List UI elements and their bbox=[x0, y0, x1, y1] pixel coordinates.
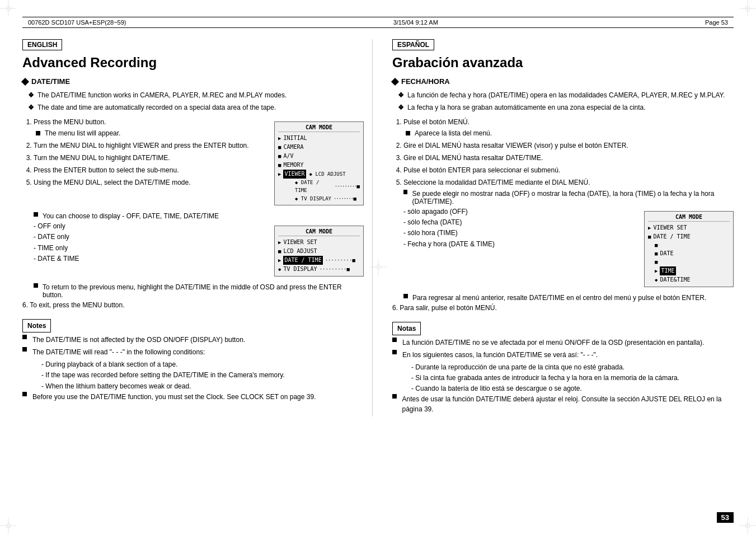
es-step-5: Seleccione la modalidad DATE/TIME median… bbox=[403, 177, 734, 188]
es-note-sub-3: Cuando la batería de litio está se desca… bbox=[411, 383, 734, 394]
lang-badge-espanol: ESPAÑOL bbox=[392, 39, 434, 50]
square-icon-1 bbox=[36, 131, 40, 135]
screen2-row-viewer: ▶VIEWER SET bbox=[278, 238, 360, 247]
es-notes-content: La función DATE/TIME no se ve afectada p… bbox=[392, 338, 734, 415]
screen1-row-date: ◆ DATE / TIME·········■ bbox=[278, 179, 360, 195]
step-1: Press the MENU button. The menu list wil… bbox=[34, 117, 252, 138]
screen-mockup-1: CAM MODE ▶INITIAL ■CAMERA ■A/V ■MEMORY ▶… bbox=[274, 121, 364, 205]
mode-off: OFF only bbox=[34, 221, 252, 232]
page-number: 53 bbox=[717, 512, 734, 523]
es-mode-time: sólo hora (TIME) bbox=[403, 228, 622, 238]
note-sub-1: During playback of a blank section of a … bbox=[41, 359, 364, 370]
es-note-sub-2: Si la cinta fue grabada antes de introdu… bbox=[411, 373, 734, 383]
screen-mockup-2: CAM MODE ▶VIEWER SET ■LCD ADJUST ▶DATE /… bbox=[274, 226, 364, 277]
file-info: 00762D SCD107 USA+ESP(28~59) bbox=[28, 19, 126, 26]
notes-content-left: The DATE/TIME is not affected by the OSD… bbox=[22, 335, 364, 402]
es-return-note: Para regresar al menú anterior, resalte … bbox=[403, 294, 734, 302]
screen1-header: CAM MODE bbox=[278, 124, 360, 132]
crosshair-tl bbox=[0, 0, 17, 17]
es-note-sub-1: Durante la reproducción de una parte de … bbox=[411, 362, 734, 373]
note-3: Before you use the DATE/TIME function, y… bbox=[22, 392, 364, 402]
square-icon-3 bbox=[34, 283, 38, 288]
es-mode-choice-note: Se puede elegir no mostrar nada (OFF) o … bbox=[403, 190, 734, 205]
es-step-4: Pulse el botón ENTER para seleccionar el… bbox=[403, 165, 734, 175]
step-4: Press the ENTER button to select the sub… bbox=[34, 165, 252, 175]
es-mode-off: sólo apagado (OFF) bbox=[403, 207, 622, 217]
fecha-hora-heading: FECHA/HORA bbox=[392, 77, 734, 86]
mode-list: OFF only DATE only TIME only DATE & TIME bbox=[22, 221, 252, 264]
screen3-header: CAM MODE bbox=[648, 214, 730, 222]
square-icon-es2 bbox=[403, 190, 407, 194]
page-number-badge: 53 bbox=[717, 512, 734, 523]
note-1: The DATE/TIME is not affected by the OSD… bbox=[22, 335, 364, 345]
step-2: Turn the MENU DIAL to highlight VIEWER a… bbox=[34, 140, 252, 151]
main-content: ENGLISH Advanced Recording DATE/TIME ❖ T… bbox=[22, 39, 734, 416]
es-notes-sub-list: Durante la reproducción de una parte de … bbox=[400, 362, 734, 395]
right-column: ESPAÑOL Grabación avanzada FECHA/HORA ❖ … bbox=[384, 39, 734, 416]
screen3-row-time: ▶TIME bbox=[648, 266, 730, 275]
step-3: Turn the MENU DIAL to highlight DATE/TIM… bbox=[34, 153, 252, 163]
es-note-1: La función DATE/TIME no se ve afectada p… bbox=[392, 338, 734, 348]
square-icon-esn1 bbox=[392, 338, 397, 342]
note-sub-2: If the tape was recorded before setting … bbox=[41, 370, 364, 381]
es-mode-list: sólo apagado (OFF) sólo fecha (DATE) sól… bbox=[392, 207, 622, 250]
mode-time: TIME only bbox=[34, 243, 252, 254]
bullet-1: ❖ The DATE/TIME function works in CAMERA… bbox=[22, 90, 364, 100]
es-notes-label: Notas bbox=[392, 322, 421, 335]
screen1-row-memory: ■MEMORY bbox=[278, 161, 360, 170]
square-icon-es1 bbox=[406, 131, 410, 135]
notes-section-left: Notes The DATE/TIME is not affected by t… bbox=[22, 315, 364, 402]
square-icon-esn3 bbox=[392, 394, 397, 399]
screen3-row-datetime: ◆DATE&TIME bbox=[648, 275, 730, 284]
es-step-1: Pulse el botón MENÚ. Aparece la lista de… bbox=[403, 117, 734, 138]
step-6-left: 6. To exit, press the MENU button. bbox=[22, 301, 364, 309]
step-5: Using the MENU DIAL, select the DATE/TIM… bbox=[34, 177, 252, 188]
square-icon-n3 bbox=[22, 392, 27, 396]
es-mode-date: sólo fecha (DATE) bbox=[403, 217, 622, 228]
page-container: 00762D SCD107 USA+ESP(28~59) 3/15/04 9:1… bbox=[0, 0, 756, 534]
mode-choice-note: You can choose to display - OFF, DATE, T… bbox=[34, 212, 364, 220]
square-icon-n2 bbox=[22, 347, 27, 352]
page-indicator: Page 53 bbox=[705, 19, 728, 26]
crosshair-tr bbox=[739, 0, 756, 17]
square-icon-2 bbox=[34, 212, 38, 217]
es-step-2: Gire el DIAL MENÚ hasta resaltar VIEWER … bbox=[403, 140, 734, 151]
square-icon-es3 bbox=[403, 294, 408, 298]
right-title: Grabación avanzada bbox=[392, 55, 734, 71]
es-note-3: Antes de usar la función DATE/TIME deber… bbox=[392, 394, 734, 414]
es-note-2: En los siguientes casos, la función DATE… bbox=[392, 350, 734, 360]
screen-mockup-3: CAM MODE ▶VIEWER SET ■DATE / TIME ■ ■DAT… bbox=[644, 211, 734, 287]
es-notes-section: Notas La función DATE/TIME no se ve afec… bbox=[392, 317, 734, 415]
screen2-header: CAM MODE bbox=[278, 228, 360, 236]
screen1-row-viewer: ▶VIEWER ◆ LCD ADJUST bbox=[278, 170, 360, 179]
square-icon-n1 bbox=[22, 335, 27, 339]
date-info: 3/15/04 9:12 AM bbox=[393, 19, 438, 26]
screen1-row-initial: ▶INITIAL bbox=[278, 134, 360, 143]
crosshair-br bbox=[739, 517, 756, 534]
screen1-row-camera: ■CAMERA bbox=[278, 143, 360, 152]
screen2-row-tv: ◆TV DISPLAY·········■ bbox=[278, 265, 360, 274]
return-note: To return to the previous menu, highligh… bbox=[34, 283, 364, 299]
top-bar: 00762D SCD107 USA+ESP(28~59) 3/15/04 9:1… bbox=[22, 17, 734, 28]
crosshair-bl bbox=[0, 517, 17, 534]
screen1-row-av: ■A/V bbox=[278, 152, 360, 161]
date-time-heading: DATE/TIME bbox=[22, 77, 364, 86]
screen2-row-datetime: ▶DATE / TIME·········■ bbox=[278, 256, 360, 265]
lang-badge-english: ENGLISH bbox=[22, 39, 62, 50]
es-step-3: Gire el DIAL MENÚ hasta resaltar DATE/TI… bbox=[403, 153, 734, 163]
diamond-icon-es bbox=[391, 77, 399, 85]
screen3-row-date: ■DATE bbox=[648, 249, 730, 258]
es-bullet-1: ❖ La función de fecha y hora (DATE/TIME)… bbox=[392, 90, 734, 100]
diamond-icon bbox=[21, 77, 29, 85]
left-column: ENGLISH Advanced Recording DATE/TIME ❖ T… bbox=[22, 39, 373, 416]
es-mode-date-time: Fecha y hora (DATE & TIME) bbox=[403, 239, 622, 250]
square-icon-esn2 bbox=[392, 350, 397, 354]
steps-list-right: Pulse el botón MENÚ. Aparece la lista de… bbox=[392, 117, 734, 188]
screen1-row-tv: ◆ TV DISPLAY········■ bbox=[278, 195, 360, 203]
screen3-row-off: ■ bbox=[648, 241, 730, 249]
screen3-row-viewer: ▶VIEWER SET bbox=[648, 223, 730, 232]
notes-label-left: Notes bbox=[22, 319, 51, 332]
screen3-row-datetime: ■DATE / TIME bbox=[648, 232, 730, 241]
left-title: Advanced Recording bbox=[22, 55, 364, 71]
mode-date-time: DATE & TIME bbox=[34, 254, 252, 264]
